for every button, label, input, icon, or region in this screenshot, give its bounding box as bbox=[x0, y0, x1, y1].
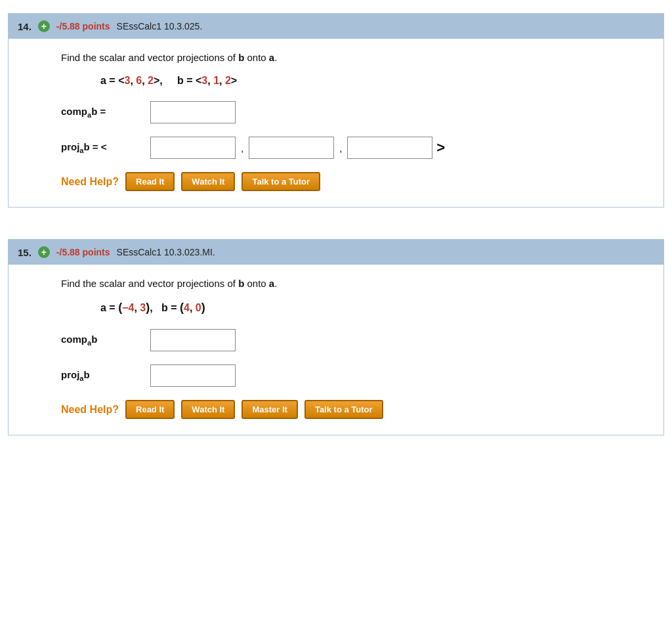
close-angle-14: > bbox=[436, 141, 445, 155]
comp-row-14: compab = bbox=[61, 101, 611, 123]
talk-to-tutor-button-15[interactable]: Talk to a Tutor bbox=[304, 400, 383, 419]
proj-input-14-1[interactable] bbox=[150, 137, 236, 159]
problem-14-header: 14. + -/5.88 points SEssCalc1 10.3.025. bbox=[9, 14, 663, 39]
problem-14-number: 14. bbox=[18, 21, 32, 32]
problem-14-equation: a = <3, 6, 2>, b = <3, 1, 2> bbox=[100, 75, 611, 87]
problem-14-statement: Find the scalar and vector projections o… bbox=[61, 52, 611, 63]
master-it-button-15[interactable]: Master It bbox=[242, 400, 297, 419]
watch-it-button-15[interactable]: Watch It bbox=[181, 400, 235, 419]
proj-row-14: projab = < , , > bbox=[61, 137, 611, 159]
problem-14-block: 14. + -/5.88 points SEssCalc1 10.3.025. … bbox=[8, 13, 664, 208]
comp-label-15: compab bbox=[61, 334, 146, 347]
problem-id-15: SEssCalc1 10.3.023.MI. bbox=[117, 247, 215, 257]
read-it-button-14[interactable]: Read It bbox=[125, 172, 175, 191]
comp-label-14: compab = bbox=[61, 106, 146, 119]
need-help-15: Need Help? bbox=[61, 404, 119, 416]
problem-id-14: SEssCalc1 10.3.025. bbox=[117, 21, 203, 32]
comma-14-2: , bbox=[339, 143, 342, 154]
proj-input-14-3[interactable] bbox=[347, 137, 432, 159]
proj-row-15: projab bbox=[61, 364, 611, 387]
proj-input-15[interactable] bbox=[150, 364, 236, 387]
proj-label-15: projab bbox=[61, 369, 146, 382]
proj-input-14-2[interactable] bbox=[249, 137, 334, 159]
problem-15-body: Find the scalar and vector projections o… bbox=[9, 265, 663, 435]
help-row-14: Need Help? Read It Watch It Talk to a Tu… bbox=[61, 172, 611, 191]
points-label-15: -/5.88 points bbox=[56, 247, 110, 257]
points-label-14: -/5.88 points bbox=[56, 21, 110, 32]
watch-it-button-14[interactable]: Watch It bbox=[181, 172, 235, 191]
problem-15-statement: Find the scalar and vector projections o… bbox=[61, 278, 611, 289]
comp-row-15: compab bbox=[61, 329, 611, 351]
talk-to-tutor-button-14[interactable]: Talk to a Tutor bbox=[242, 172, 320, 191]
problem-15-header: 15. + -/5.88 points SEssCalc1 10.3.023.M… bbox=[9, 240, 663, 265]
problem-15-equation: a = (−4, 3), b = (4, 0) bbox=[100, 301, 611, 315]
read-it-button-15[interactable]: Read It bbox=[125, 400, 175, 419]
plus-icon-15[interactable]: + bbox=[38, 246, 50, 258]
problem-15-number: 15. bbox=[18, 247, 32, 258]
problem-15-block: 15. + -/5.88 points SEssCalc1 10.3.023.M… bbox=[8, 239, 664, 435]
proj-label-14: projab = < bbox=[61, 141, 146, 154]
comp-input-14[interactable] bbox=[150, 101, 236, 123]
problem-14-body: Find the scalar and vector projections o… bbox=[9, 39, 663, 207]
help-row-15: Need Help? Read It Watch It Master It Ta… bbox=[61, 400, 611, 419]
plus-icon-14[interactable]: + bbox=[38, 20, 50, 32]
comma-14-1: , bbox=[241, 143, 243, 154]
need-help-14: Need Help? bbox=[61, 176, 119, 188]
comp-input-15[interactable] bbox=[150, 329, 236, 351]
